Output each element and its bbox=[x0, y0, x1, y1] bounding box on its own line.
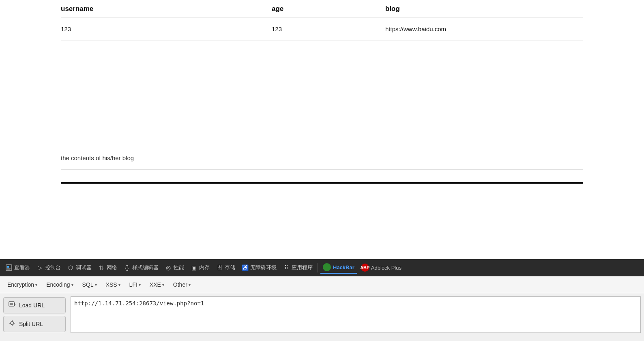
cell-blog: https://www.baidu.com bbox=[385, 26, 583, 32]
cell-age: 123 bbox=[272, 26, 385, 32]
col-header-username: username bbox=[61, 5, 272, 13]
cell-username: 123 bbox=[61, 26, 272, 32]
main-content: username age blog 123 123 https://www.ba… bbox=[0, 0, 644, 184]
table-row: 123 123 https://www.baidu.com bbox=[61, 17, 583, 41]
text-input-bar[interactable] bbox=[61, 182, 583, 184]
table-header: username age blog bbox=[61, 0, 583, 17]
data-table: username age blog 123 123 https://www.ba… bbox=[61, 0, 583, 41]
input-bar-section bbox=[61, 170, 583, 184]
blog-content-text: the contents of his/her blog bbox=[61, 41, 583, 170]
col-header-blog: blog bbox=[385, 5, 583, 13]
col-header-age: age bbox=[272, 5, 385, 13]
